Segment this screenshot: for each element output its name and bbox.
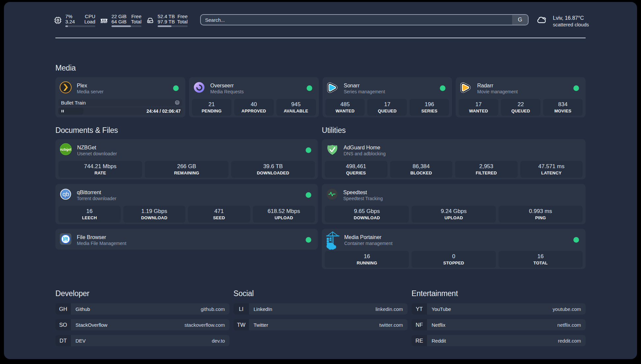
svg-text:qb: qb (62, 191, 69, 197)
svg-text:nzbget: nzbget (60, 147, 72, 151)
